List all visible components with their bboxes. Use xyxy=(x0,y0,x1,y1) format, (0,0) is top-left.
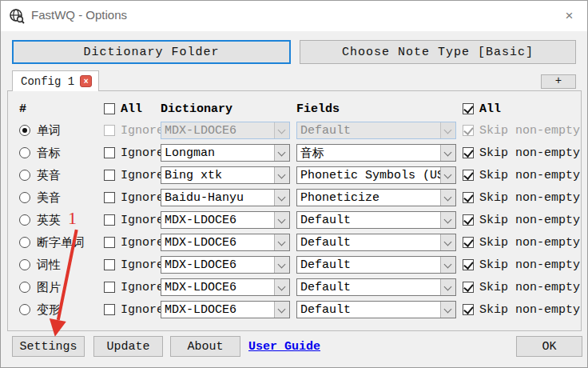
chevron-down-icon xyxy=(274,190,289,206)
ignore-checkbox[interactable] xyxy=(104,237,115,248)
row-radio[interactable] xyxy=(19,259,30,270)
row-radio[interactable] xyxy=(19,282,30,293)
fields-text: Phoneticize xyxy=(297,191,440,205)
skip-checkbox[interactable] xyxy=(463,214,474,226)
dictionary-select[interactable]: MDX-LDOCE6 xyxy=(161,211,290,229)
column-header-hash: # xyxy=(19,102,104,116)
fields-select[interactable]: Default xyxy=(296,234,456,251)
ignore-checkbox[interactable] xyxy=(104,282,115,293)
tab-label: Config 1 xyxy=(21,75,74,88)
chevron-down-icon xyxy=(440,279,455,295)
chevron-down-icon xyxy=(274,302,289,318)
skip-checkbox[interactable] xyxy=(463,282,474,293)
row-radio[interactable] xyxy=(19,192,30,203)
ignore-checkbox[interactable] xyxy=(104,214,115,226)
fields-select[interactable]: Default xyxy=(296,256,456,274)
fields-text: Phonetic Symbols (US) xyxy=(297,169,440,182)
app-globe-search-icon xyxy=(9,8,25,24)
all-ignore-checkbox[interactable] xyxy=(104,103,115,114)
fields-select[interactable]: Phonetic Symbols (US) xyxy=(296,166,456,184)
dictionary-text: MDX-LDOCE6 xyxy=(161,214,274,227)
ignore-checkbox[interactable] xyxy=(104,125,115,136)
row-radio[interactable] xyxy=(19,237,30,248)
ignore-checkbox[interactable] xyxy=(104,147,115,158)
dictionary-text: MDX-LDOCE6 xyxy=(161,124,274,138)
skip-checkbox[interactable] xyxy=(463,170,474,181)
dictionary-select[interactable]: Bing xtk xyxy=(161,166,290,184)
column-header-dictionary: Dictionary xyxy=(161,102,290,116)
ignore-label: Ignore xyxy=(121,214,164,227)
skip-checkbox[interactable] xyxy=(463,259,474,270)
skip-label: Skip non-empty xyxy=(479,303,580,317)
dictionary-text: Bing xtk xyxy=(161,169,274,182)
ignore-label: Ignore xyxy=(121,191,164,205)
row-radio[interactable] xyxy=(19,304,30,315)
ignore-checkbox[interactable] xyxy=(104,304,115,315)
window-title: FastWQ - Options xyxy=(31,8,127,22)
ignore-checkbox[interactable] xyxy=(104,170,115,181)
row-label: 图片 xyxy=(37,280,61,295)
chevron-down-icon xyxy=(440,234,455,250)
dictionary-select[interactable]: MDX-LDOCE6 xyxy=(161,234,290,251)
chevron-down-icon xyxy=(274,167,289,183)
dictionary-text: MDX-LDOCE6 xyxy=(161,303,274,317)
table-row: 英音 Ignore Bing xtk Phonetic Symbols (US)… xyxy=(19,164,581,186)
fields-select[interactable]: Phoneticize xyxy=(296,189,456,206)
all-skip-checkbox[interactable] xyxy=(463,103,474,114)
skip-checkbox[interactable] xyxy=(463,192,474,203)
dictionary-select[interactable]: Baidu-Hanyu xyxy=(161,189,290,206)
add-config-button[interactable]: + xyxy=(541,74,576,89)
choose-note-type-button[interactable]: Choose Note Type [Basic] xyxy=(300,40,576,64)
table-body: 单词 Ignore MDX-LDOCE6 Default Skip non-em… xyxy=(19,119,581,321)
table-row: 音标 Ignore Longman 音标 Skip non-empty xyxy=(19,142,581,164)
skip-checkbox[interactable] xyxy=(463,147,474,158)
settings-button[interactable]: Settings xyxy=(12,336,85,357)
dictionary-select[interactable]: MDX-LDOCE6 xyxy=(161,256,290,274)
ok-button[interactable]: OK xyxy=(516,336,582,357)
fields-select[interactable]: 音标 xyxy=(296,144,456,162)
row-radio[interactable] xyxy=(19,125,30,136)
chevron-down-icon xyxy=(274,257,289,273)
table-header-row: # All Dictionary Fields All xyxy=(19,98,581,119)
dictionary-text: MDX-LDOCE6 xyxy=(161,281,274,294)
skip-label: Skip non-empty xyxy=(479,236,580,250)
annotation-number: 1 xyxy=(68,208,77,229)
table-row: 美音 Ignore Baidu-Hanyu Phoneticize Skip n… xyxy=(19,186,581,209)
dictionary-select[interactable]: MDX-LDOCE6 xyxy=(161,278,290,296)
ignore-checkbox[interactable] xyxy=(104,192,115,203)
ignore-label: Ignore xyxy=(121,281,164,294)
fields-select[interactable]: Default xyxy=(296,211,456,229)
dictionary-select[interactable]: MDX-LDOCE6 xyxy=(161,122,290,139)
row-radio[interactable] xyxy=(19,214,30,226)
fields-select[interactable]: Default xyxy=(296,301,456,318)
ignore-label: Ignore xyxy=(121,146,164,160)
dictionary-folder-button[interactable]: Dictionary Folder xyxy=(12,40,291,64)
fields-text: Default xyxy=(297,236,440,250)
fields-select[interactable]: Default xyxy=(296,278,456,296)
skip-checkbox[interactable] xyxy=(463,304,474,315)
about-button[interactable]: About xyxy=(170,336,240,357)
tab-config-1[interactable]: Config 1 × xyxy=(12,70,99,91)
skip-checkbox[interactable] xyxy=(463,125,474,136)
chevron-down-icon xyxy=(440,122,455,138)
row-radio[interactable] xyxy=(19,147,30,158)
fields-select[interactable]: Default xyxy=(296,122,456,139)
chevron-down-icon xyxy=(440,167,455,183)
fields-text: 音标 xyxy=(297,146,440,161)
ignore-label: Ignore xyxy=(121,258,164,272)
dictionary-text: MDX-LDOCE6 xyxy=(161,258,274,272)
ignore-checkbox[interactable] xyxy=(104,259,115,270)
update-button[interactable]: Update xyxy=(93,336,163,357)
skip-label: Skip non-empty xyxy=(479,124,580,138)
dictionary-select[interactable]: MDX-LDOCE6 xyxy=(161,301,290,318)
dictionary-select[interactable]: Longman xyxy=(161,144,290,162)
title-bar: FastWQ - Options × xyxy=(1,1,587,31)
user-guide-link[interactable]: User Guide xyxy=(248,340,320,354)
row-label: 断字单词 xyxy=(37,235,85,250)
options-dialog: FastWQ - Options × Dictionary Folder Cho… xyxy=(0,0,588,368)
fields-text: Default xyxy=(297,124,440,138)
window-close-icon[interactable]: × xyxy=(551,1,587,31)
skip-checkbox[interactable] xyxy=(463,237,474,248)
row-radio[interactable] xyxy=(19,170,30,181)
tab-close-icon[interactable]: × xyxy=(80,75,92,87)
